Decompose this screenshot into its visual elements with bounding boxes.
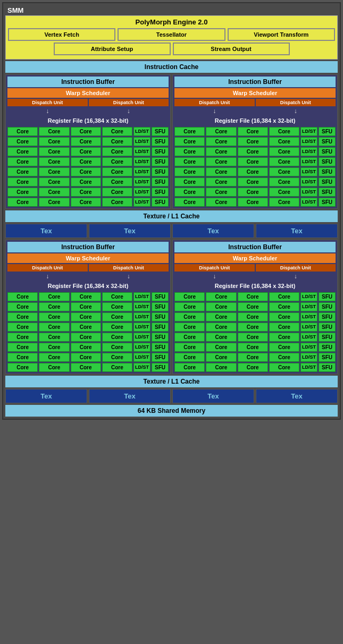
core: Core [238,302,268,311]
texture-l1-bottom: Texture / L1 Cache [5,376,338,387]
core: Core [206,292,236,301]
core: Core [7,333,38,342]
sfu: SFU [152,363,169,372]
core: Core [71,302,101,311]
top-right-dispatch-unit-1: Dispatch Unit [174,99,255,106]
ldst: LD/ST [133,323,150,332]
core: Core [206,177,236,187]
core: Core [174,188,205,197]
core: Core [7,353,38,362]
bottom-left-row1: Core Core Core Core LD/ST SFU [7,292,169,301]
sfu: SFU [152,312,169,321]
core: Core [71,167,101,176]
sfu: SFU [152,137,169,146]
core: Core [102,363,132,372]
core: Core [71,137,101,146]
ldst: LD/ST [300,363,317,372]
core: Core [206,323,236,332]
core: Core [238,157,268,166]
bottom-left-row4: Core Core Core Core LD/ST SFU [7,323,169,332]
tex-bottom-1: Tex [5,389,87,403]
ldst: LD/ST [300,167,317,176]
core: Core [269,363,299,372]
core: Core [71,147,101,156]
core: Core [7,137,38,146]
sfu: SFU [152,302,169,311]
top-right-row4: Core Core Core Core LD/ST SFU [174,157,336,166]
core: Core [269,323,299,332]
sfu: SFU [152,188,169,197]
core: Core [71,157,101,166]
core: Core [206,147,236,156]
tex-top-4: Tex [256,224,338,238]
bottom-left-core-grid: Core Core Core Core LD/ST SFU Core Core … [7,292,169,372]
core: Core [7,157,38,166]
core: Core [102,157,132,166]
core: Core [174,137,205,146]
core: Core [174,198,205,207]
core: Core [7,177,38,187]
sfu: SFU [152,167,169,176]
ldst: LD/ST [133,127,150,136]
core: Core [206,127,236,136]
core: Core [174,147,205,156]
top-right-dispatch-unit-2: Dispatch Unit [256,99,336,106]
polymorph-row2: Attribute Setup Stream Output [8,43,335,55]
core: Core [71,323,101,332]
bottom-left-arrow-2: ↓ [89,273,169,280]
bottom-right-row3: Core Core Core Core LD/ST SFU [174,312,336,321]
top-right-arrow-2: ↓ [256,107,336,115]
viewport-transform: Viewport Transform [228,28,335,41]
bottom-left-row3: Core Core Core Core LD/ST SFU [7,312,169,321]
polymorph-row1: Vertex Fetch Tessellator Viewport Transf… [8,28,335,41]
ldst: LD/ST [133,292,150,301]
sfu: SFU [319,323,336,332]
core: Core [102,127,132,136]
sfu: SFU [319,147,336,156]
core: Core [7,312,38,321]
core: Core [7,188,38,197]
sfu: SFU [152,157,169,166]
ldst: LD/ST [133,312,150,321]
core: Core [206,363,236,372]
smm-title: SMM [5,5,338,15]
core: Core [71,198,101,207]
top-left-instruction-buffer: Instruction Buffer [7,77,169,87]
bottom-left-arrow-1: ↓ [7,273,88,280]
bottom-right-dispatch-unit-2: Dispatch Unit [256,264,336,272]
bottom-left-row6: Core Core Core Core LD/ST SFU [7,343,169,352]
bottom-left-row2: Core Core Core Core LD/ST SFU [7,302,169,311]
core: Core [206,137,236,146]
bottom-right-row8: Core Core Core Core LD/ST SFU [174,363,336,372]
ldst: LD/ST [300,353,317,362]
core: Core [174,312,205,321]
core: Core [7,198,38,207]
ldst: LD/ST [133,363,150,372]
core: Core [206,167,236,176]
top-left-row1: Core Core Core Core LD/ST SFU [7,127,169,136]
core: Core [238,323,268,332]
core: Core [206,333,236,342]
sfu: SFU [319,302,336,311]
sfu: SFU [152,127,169,136]
core: Core [39,188,69,197]
core: Core [238,353,268,362]
sfu: SFU [152,198,169,207]
bottom-left-instruction-buffer: Instruction Buffer [7,242,169,252]
sfu: SFU [152,333,169,342]
core: Core [269,343,299,352]
top-right-row5: Core Core Core Core LD/ST SFU [174,167,336,176]
core: Core [206,157,236,166]
top-left-row8: Core Core Core Core LD/ST SFU [7,198,169,207]
top-right-row7: Core Core Core Core LD/ST SFU [174,188,336,197]
top-tex-row: Tex Tex Tex Tex [5,224,338,238]
core: Core [102,323,132,332]
top-right-arrow-row: ↓ ↓ [174,107,336,115]
bottom-right-arrow-row: ↓ ↓ [174,273,336,280]
ldst: LD/ST [300,137,317,146]
ldst: LD/ST [300,157,317,166]
ldst: LD/ST [133,137,150,146]
core: Core [269,353,299,362]
ldst: LD/ST [133,333,150,342]
bottom-right-instruction-buffer: Instruction Buffer [174,242,336,252]
